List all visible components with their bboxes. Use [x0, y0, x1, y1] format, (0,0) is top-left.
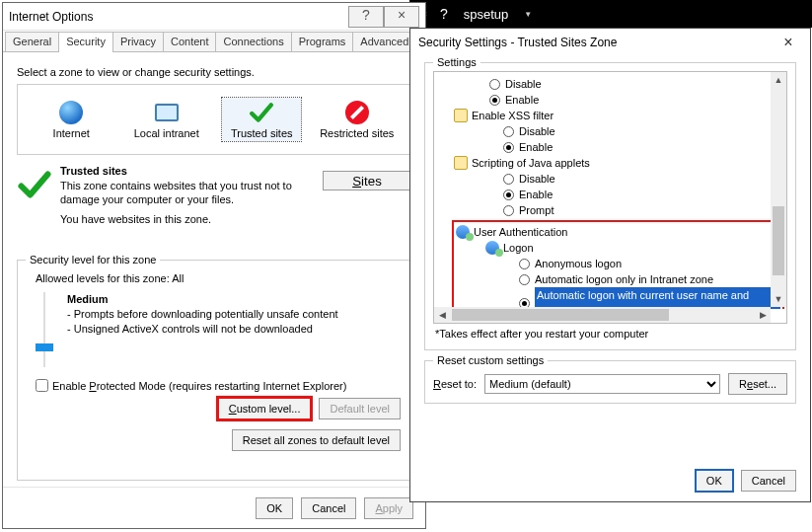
user-menu[interactable]: spsetup	[460, 7, 513, 22]
reset-custom-settings-group: Reset custom settings Reset to: Medium (…	[424, 360, 796, 404]
security-settings-footer: OK Cancel	[410, 460, 810, 501]
zone-internet[interactable]: Internet	[32, 98, 111, 141]
tab-general[interactable]: General	[5, 32, 59, 51]
vertical-scrollbar[interactable]: ▲ ▼	[771, 72, 786, 307]
checkmark-icon	[249, 100, 274, 125]
settings-group: Settings Disable Enable Enable XSS filte…	[424, 62, 796, 350]
users-icon	[485, 241, 499, 255]
radio-disable[interactable]: Disable	[470, 76, 786, 92]
tab-advanced[interactable]: Advanced	[352, 32, 416, 51]
zone-local-intranet[interactable]: Local intranet	[127, 98, 206, 141]
checkmark-icon	[17, 167, 52, 202]
app-topbar: ⚙ ? spsetup ▼	[409, 0, 812, 28]
cancel-button[interactable]: Cancel	[741, 470, 796, 492]
settings-legend: Settings	[433, 56, 480, 68]
reset-to-select[interactable]: Medium (default)	[484, 374, 720, 394]
help-button[interactable]: ?	[348, 6, 384, 28]
scroll-thumb[interactable]	[452, 309, 669, 321]
help-icon[interactable]: ?	[440, 6, 448, 22]
reset-legend: Reset custom settings	[433, 354, 548, 366]
security-level-name: Medium	[67, 293, 109, 305]
scroll-icon	[454, 109, 468, 122]
internet-options-window: Internet Options ? × General Security Pr…	[2, 2, 426, 529]
security-level-slider[interactable]	[36, 292, 53, 367]
zone-internet-label: Internet	[53, 127, 90, 139]
security-level-bullet-2: - Unsigned ActiveX controls will not be …	[67, 323, 313, 335]
tab-connections[interactable]: Connections	[215, 32, 291, 51]
category-logon: Logon	[485, 240, 780, 256]
internet-options-footer: OK Cancel Apply	[3, 487, 425, 528]
ok-button[interactable]: OK	[256, 497, 293, 519]
scroll-up-icon[interactable]: ▲	[771, 72, 786, 88]
zone-trusted-sites[interactable]: Trusted sites	[222, 98, 301, 141]
cancel-button[interactable]: Cancel	[301, 497, 356, 519]
horizontal-scrollbar[interactable]: ◀ ▶	[434, 307, 771, 323]
scroll-icon	[454, 156, 468, 170]
ok-button[interactable]: OK	[696, 470, 733, 492]
security-level-group: Security level for this zone Allowed lev…	[17, 260, 411, 481]
scroll-thumb[interactable]	[773, 206, 784, 275]
scroll-left-icon[interactable]: ◀	[434, 307, 450, 323]
security-settings-titlebar: Security Settings - Trusted Sites Zone ×	[410, 29, 810, 56]
tab-programs[interactable]: Programs	[291, 32, 354, 51]
reset-to-label: Reset to:	[433, 378, 477, 390]
security-level-bullet-1: - Prompts before downloading potentially…	[67, 308, 338, 320]
security-settings-title: Security Settings - Trusted Sites Zone	[418, 36, 775, 49]
radio-enable[interactable]: Enable	[470, 92, 786, 108]
no-entry-icon	[344, 100, 370, 125]
users-icon	[456, 225, 470, 239]
category-xss: Enable XSS filter	[454, 108, 786, 123]
close-icon[interactable]: ×	[775, 34, 802, 51]
trusted-heading: Trusted sites	[60, 165, 127, 177]
zone-restricted-sites-label: Restricted sites	[320, 127, 394, 139]
radio-java-prompt[interactable]: Prompt	[483, 202, 786, 218]
security-settings-window: Security Settings - Trusted Sites Zone ×…	[409, 28, 811, 502]
close-icon[interactable]: ×	[384, 6, 419, 28]
reset-all-zones-button[interactable]: Reset all zones to default level	[232, 429, 401, 451]
protected-mode-checkbox[interactable]	[36, 379, 48, 392]
trusted-description-2: You have websites in this zone.	[60, 213, 411, 225]
radio-auto-current-user[interactable]: Automatic logon with current user name a…	[499, 287, 780, 309]
zone-trusted-sites-label: Trusted sites	[231, 127, 293, 139]
tab-content[interactable]: Content	[163, 32, 217, 51]
radio-auto-intranet[interactable]: Automatic logon only in Intranet zone	[499, 271, 780, 287]
radio-xss-enable[interactable]: Enable	[483, 139, 786, 155]
internet-options-titlebar: Internet Options ? ×	[3, 3, 425, 31]
slider-thumb[interactable]	[36, 343, 53, 351]
scroll-down-icon[interactable]: ▼	[771, 291, 786, 307]
tab-security[interactable]: Security	[58, 32, 113, 52]
custom-level-button[interactable]: Custom level...	[218, 398, 312, 419]
radio-java-disable[interactable]: Disable	[483, 171, 786, 187]
category-user-authentication: User Authentication	[456, 224, 780, 240]
protected-mode-label[interactable]: Enable Protected Mode (requires restarti…	[52, 380, 346, 392]
monitor-icon	[154, 100, 180, 125]
scroll-right-icon[interactable]: ▶	[755, 307, 771, 323]
security-level-description: Medium - Prompts before downloading pote…	[67, 292, 338, 367]
sites-button[interactable]: Sites	[323, 171, 411, 190]
internet-options-tabs: General Security Privacy Content Connect…	[3, 31, 425, 52]
radio-xss-disable[interactable]: Disable	[483, 123, 786, 139]
tab-privacy[interactable]: Privacy	[112, 32, 164, 51]
settings-tree: Disable Enable Enable XSS filter Disable…	[433, 71, 787, 324]
internet-options-title: Internet Options	[9, 10, 348, 24]
chevron-down-icon[interactable]: ▼	[524, 10, 532, 19]
zone-prompt: Select a zone to view or change security…	[17, 66, 411, 78]
zone-list: Internet Local intranet Trusted sites Re…	[17, 84, 411, 155]
user-authentication-highlight: User Authentication Logon Anonymous logo…	[452, 220, 784, 309]
trusted-description: This zone contains websites that you tru…	[60, 180, 307, 207]
apply-button: Apply	[364, 497, 413, 519]
reset-button[interactable]: Reset...	[728, 373, 787, 395]
security-level-legend: Security level for this zone	[26, 254, 160, 266]
allowed-levels: Allowed levels for this zone: All	[36, 272, 401, 284]
category-java: Scripting of Java applets	[454, 155, 786, 171]
radio-anonymous-logon[interactable]: Anonymous logon	[499, 256, 780, 271]
restart-note: *Takes effect after you restart your com…	[435, 328, 787, 340]
zone-local-intranet-label: Local intranet	[134, 127, 199, 139]
globe-icon	[58, 100, 84, 125]
default-level-button: Default level	[319, 398, 401, 419]
radio-java-enable[interactable]: Enable	[483, 187, 786, 202]
zone-restricted-sites[interactable]: Restricted sites	[318, 98, 397, 141]
